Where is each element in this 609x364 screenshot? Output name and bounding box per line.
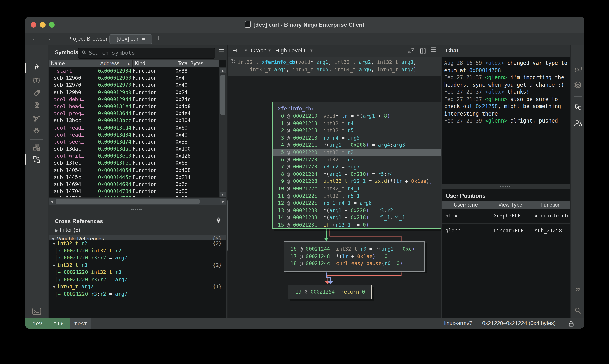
il-line-17[interactable]: 17 @ 00021248 *(lr + 0x1ae) = 0 (290, 253, 424, 260)
user-position-row[interactable]: alexGraph:ELFxferinfo_cb (442, 209, 570, 223)
graph-canvas[interactable]: xferinfo_cb:0 @ 00021210 void* lr = *(ar… (228, 76, 441, 329)
binary-format-menu[interactable]: ELF▼ (232, 47, 248, 54)
symbol-row[interactable]: tool_debu…0x0000129d4Function0x74c (49, 96, 226, 103)
view-layout-menu[interactable]: Graph▼ (251, 47, 271, 54)
symbols-hscroll-handle[interactable] (56, 199, 200, 204)
symbols-horizontal-scrollbar[interactable]: ◀ ▶ (49, 197, 226, 205)
function-refresh-icon[interactable]: ↻ (231, 58, 236, 65)
vertical-splitter[interactable] (227, 45, 228, 329)
il-line-14[interactable]: 14 @ 00021238 *(arg1 + 0x218) = r5_1:r4_… (278, 214, 441, 221)
strings-quote-icon[interactable]: ” (571, 289, 584, 295)
il-line-8[interactable]: 8 @ 00021224 *(arg1 + 0x210) = r5:r4 (278, 171, 441, 178)
split-view-icon[interactable] (420, 48, 426, 56)
il-line-18[interactable]: 18 @ 0002124c curl_easy_pause(r0, 0) (290, 260, 424, 267)
symbol-row[interactable]: sub_13dac0x000013dacFunction0x100 (49, 145, 226, 152)
xref-entry-row[interactable]: |→ 00021220 r3:r2 = arg7 (49, 254, 226, 261)
expanded-arrow-icon[interactable]: ▼ (53, 285, 55, 289)
symbol-row[interactable]: tool_prog…0x0000136d4Function0x4e4 (49, 110, 226, 117)
graph-block-return[interactable]: 19 @ 00021254 return 0 (288, 285, 372, 299)
il-level-menu[interactable]: High Level IL▼ (275, 47, 313, 54)
il-line-7[interactable]: 7 @ 00021220 r3:r2 = arg7 (278, 163, 441, 170)
il-line-10[interactable]: 10 @ 0002122c int32_t r4_1 (278, 185, 441, 192)
il-line-16[interactable]: 16 @ 00021244 int32_t r0 = *(arg1 + 0xc) (290, 246, 424, 253)
function-signature-line1[interactable]: int32_t xferinfo_cb(void* arg1, int32_t … (238, 59, 416, 66)
scroll-right-icon[interactable]: ▶ (220, 198, 226, 204)
xref-entry-row[interactable]: |→ 00021220 r3:r2 = arg7 (49, 290, 226, 298)
symbol-row[interactable]: sub_146940x000014694Function0x6c (49, 181, 226, 188)
symbol-row[interactable]: sub_129600x000012960Function0x4 (49, 74, 226, 81)
tag-icon[interactable] (25, 90, 48, 98)
il-line-3[interactable]: 3 @ 00021218 r5:r4 = arg5 (278, 134, 441, 142)
chat-message-list[interactable]: Aug 28 16:59 <alex> changed var type to … (442, 57, 570, 184)
sync-icon[interactable] (25, 156, 48, 165)
symbol-search-input[interactable]: Search symbols (78, 48, 215, 59)
column-header-total-bytes[interactable]: Total Bytes (175, 60, 212, 67)
branch-status[interactable]: dev *1↑ 1↓ (25, 318, 70, 329)
symbols-menu-icon[interactable]: ☰ (219, 48, 225, 56)
function-signature-line2[interactable]: int32_t arg4, int64_t arg5, int64_t arg6… (250, 66, 416, 74)
symbol-row[interactable]: sub_1445c0x00001445cFunction0x214 (49, 174, 226, 181)
il-line-9[interactable]: 9 @ 00021228 uint32_t r12_1 = zx.d(*(lr … (278, 178, 441, 185)
column-header-address[interactable]: Address▲ (98, 60, 132, 67)
il-line-0[interactable]: 0 @ 00021210 void* lr = *(arg1 + 8) (278, 112, 441, 120)
symbol-row[interactable]: tool_seek…0x000013d74Function0x38 (49, 138, 226, 145)
tab-project-browser[interactable]: Project Browser (67, 35, 108, 42)
xref-entry-row[interactable]: |→ 00021220 r3:r2 = arg7 (49, 276, 226, 283)
forward-icon[interactable]: → (45, 35, 51, 41)
il-line-13[interactable]: 13 @ 00021230 *(arg1 + 0x220) = r3:r2 (278, 207, 441, 214)
find-icon[interactable] (571, 307, 584, 316)
back-icon[interactable]: ← (32, 35, 38, 41)
xref-filter-row[interactable]: ▶Filter (5) (55, 227, 80, 233)
symbols-vertical-scrollbar[interactable]: ▲ ▼ (219, 67, 226, 198)
xref-group-row[interactable]: ▼int64_t arg7{1} (49, 283, 226, 290)
scroll-left-icon[interactable]: ◀ (49, 198, 55, 204)
il-line-15[interactable]: 15 @ 0002123c if (r12_1 != 0) (278, 221, 441, 229)
expanded-arrow-icon[interactable]: ▼ (53, 263, 55, 268)
column-header-function[interactable]: Function (531, 201, 570, 209)
symbols-hash-icon[interactable]: # (25, 63, 48, 72)
il-line-6[interactable]: 6 @ 00021220 int32_t r3 (278, 156, 441, 163)
graph-block-entry[interactable]: xferinfo_cb:0 @ 00021210 void* lr = *(ar… (272, 102, 441, 229)
symbol-row[interactable]: sub_140540x000014054Function0x408 (49, 167, 226, 173)
secondary-branch[interactable]: test (70, 318, 91, 329)
column-header-kind[interactable]: Kind (132, 60, 175, 67)
symbol-row[interactable]: sub_147040x000014704Function0x80 (49, 188, 226, 195)
xref-entry-row[interactable]: |→ 00021220 int32_t r2 (49, 247, 226, 254)
location-pin-icon[interactable] (25, 102, 48, 111)
lock-icon[interactable] (568, 320, 574, 329)
il-line-1[interactable]: 1 @ 00021218 int32_t r4 (278, 120, 441, 127)
il-line-2[interactable]: 2 @ 00021218 int32_t r5 (278, 127, 441, 134)
variables-icon[interactable]: (x) (571, 66, 584, 72)
xref-entry-row[interactable]: |→ 00021220 int32_t r3 (49, 269, 226, 276)
symbol-row[interactable]: tool_read…0x000013cd4Function0x60 (49, 124, 226, 131)
new-tab-button[interactable]: + (156, 34, 160, 42)
panel-splitter-handle[interactable]: •••••• (131, 207, 142, 212)
tab-dev-curl[interactable]: [dev] curl (109, 34, 152, 44)
xref-group-row[interactable]: ▼int32_t r3{2} (49, 261, 226, 269)
symbol-row[interactable]: sub_129700x000012970Function0x40 (49, 82, 226, 89)
block-label[interactable]: xferinfo_cb: (278, 105, 441, 112)
scroll-down-icon[interactable]: ▼ (220, 192, 226, 197)
il-line-5[interactable]: 5 @ 00021220 int32_t r2 (278, 149, 441, 156)
xref-group-row[interactable]: ▼int32_t r2{2} (49, 240, 226, 247)
stack-layers-icon[interactable] (571, 81, 584, 90)
debugger-bug-icon[interactable] (25, 127, 48, 136)
terminal-icon[interactable] (25, 307, 48, 318)
view-menu-icon[interactable]: ☰ (430, 46, 436, 53)
link-icon[interactable] (408, 48, 415, 56)
user-position-row[interactable]: glennLinear:ELFsub_21258 (442, 223, 570, 238)
expanded-arrow-icon[interactable]: ▼ (53, 242, 55, 246)
il-line-4[interactable]: 4 @ 0002121c *(arg1 + 0x208) = arg4:arg3 (278, 142, 441, 149)
mini-graph-icon[interactable] (25, 143, 48, 153)
symbol-row[interactable]: _start0x000012934Function0x38 (49, 67, 226, 74)
chat-bubbles-icon[interactable] (571, 104, 584, 113)
splitter-grip[interactable] (227, 200, 228, 251)
il-line-19[interactable]: 19 @ 00021254 return 0 (295, 288, 371, 296)
symbol-row[interactable]: sub_129b00x0000129b0Function0x24 (49, 89, 226, 96)
column-header-name[interactable]: Name (49, 60, 98, 67)
symbols-vscroll-handle[interactable] (220, 75, 225, 115)
users-icon[interactable] (571, 120, 584, 128)
symbol-row[interactable]: tool_writ…0x000013ec0Function0x128 (49, 153, 226, 159)
il-line-12[interactable]: 12 @ 0002122c r5_1:r4_1 = arg6 (278, 199, 441, 207)
scroll-up-icon[interactable]: ▲ (220, 68, 226, 74)
